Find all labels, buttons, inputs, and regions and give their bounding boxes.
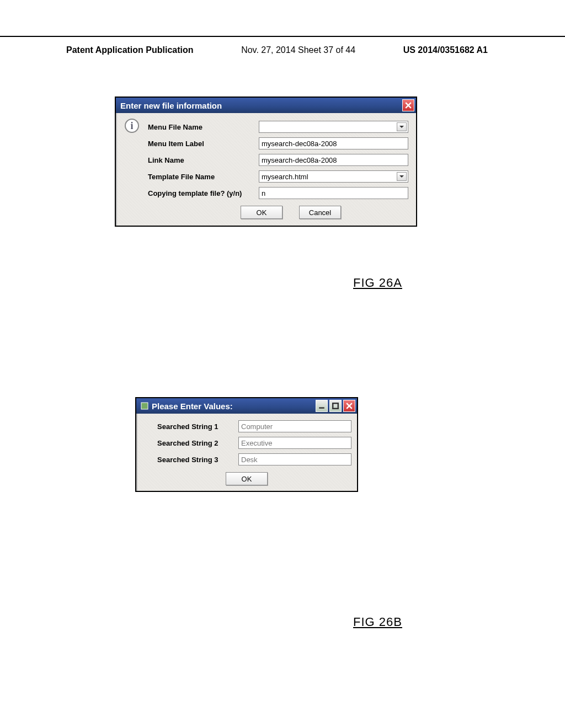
- dialog-enter-file-info: Enter new file information i Menu File N…: [115, 97, 417, 227]
- input-menu-file-name[interactable]: [259, 121, 408, 133]
- row-menu-item-label: Menu Item Label mysearch-dec08a-2008: [124, 135, 408, 152]
- row-menu-file-name: Menu File Name: [124, 119, 408, 135]
- label-search-1: Searched String 1: [142, 422, 238, 431]
- input-copy-template[interactable]: n: [259, 187, 408, 199]
- close-icon[interactable]: [343, 400, 355, 412]
- value-template-file-name: mysearch.html: [262, 173, 308, 181]
- input-template-file-name[interactable]: mysearch.html: [259, 170, 408, 183]
- header-sheet: Nov. 27, 2014 Sheet 37 of 44: [241, 45, 355, 55]
- input-menu-item-label[interactable]: mysearch-dec08a-2008: [259, 137, 408, 149]
- row-search-1: Searched String 1 Computer: [142, 418, 351, 435]
- value-search-3: Desk: [241, 456, 258, 464]
- page-header: Patent Application Publication Nov. 27, …: [66, 45, 488, 55]
- figure-label-26b: FIG 26B: [353, 615, 402, 629]
- header-publication: Patent Application Publication: [66, 45, 194, 55]
- input-search-2[interactable]: Executive: [238, 437, 351, 449]
- info-icon: i: [125, 119, 139, 133]
- svg-rect-1: [319, 407, 324, 408]
- dialog2-window-controls: [316, 400, 355, 412]
- label-copy-template: Copying template file? (y/n): [124, 189, 259, 197]
- label-menu-item-label: Menu Item Label: [124, 140, 259, 148]
- ok-button[interactable]: OK: [226, 472, 268, 485]
- header-docnum: US 2014/0351682 A1: [403, 45, 488, 55]
- chevron-down-icon[interactable]: [397, 172, 407, 181]
- dialog1-titlebar: Enter new file information: [116, 98, 416, 113]
- dialog1-button-row: OK Cancel: [124, 206, 408, 219]
- value-search-2: Executive: [241, 439, 272, 447]
- label-template-file-name: Template File Name: [124, 173, 259, 181]
- dialog1-title: Enter new file information: [120, 101, 222, 110]
- row-search-2: Searched String 2 Executive: [142, 435, 351, 451]
- row-copy-template: Copying template file? (y/n) n: [124, 185, 408, 201]
- value-copy-template: n: [262, 189, 265, 197]
- dialog1-window-controls: [402, 99, 414, 111]
- svg-rect-2: [333, 403, 338, 409]
- row-search-3: Searched String 3 Desk: [142, 451, 351, 468]
- cancel-button[interactable]: Cancel: [299, 206, 341, 219]
- input-search-3[interactable]: Desk: [238, 453, 351, 465]
- close-icon[interactable]: [402, 99, 414, 111]
- dialog2-title: Please Enter Values:: [152, 402, 233, 411]
- chevron-down-icon[interactable]: [397, 122, 407, 131]
- input-search-1[interactable]: Computer: [238, 420, 351, 432]
- dialog2-body: Searched String 1 Computer Searched Stri…: [136, 414, 357, 491]
- value-search-1: Computer: [241, 422, 273, 431]
- dialog1-body: Menu File Name Menu Item Label mysearch-…: [116, 113, 416, 226]
- minimize-icon[interactable]: [316, 400, 328, 412]
- input-link-name[interactable]: mysearch-dec08a-2008: [259, 154, 408, 166]
- value-link-name: mysearch-dec08a-2008: [262, 156, 337, 164]
- value-menu-item-label: mysearch-dec08a-2008: [262, 140, 337, 148]
- label-menu-file-name: Menu File Name: [124, 123, 259, 131]
- label-link-name: Link Name: [124, 156, 259, 164]
- header-rule: [0, 36, 565, 37]
- maximize-icon[interactable]: [329, 400, 342, 412]
- dialog2-button-row: OK: [142, 472, 351, 485]
- label-search-2: Searched String 2: [142, 439, 238, 447]
- app-icon: [141, 402, 148, 410]
- dialog-enter-values: Please Enter Values: Searched String 1 C…: [135, 397, 358, 492]
- row-template-file-name: Template File Name mysearch.html: [124, 168, 408, 185]
- ok-button[interactable]: OK: [241, 206, 282, 219]
- row-link-name: Link Name mysearch-dec08a-2008: [124, 152, 408, 168]
- svg-rect-0: [141, 403, 148, 409]
- figure-label-26a: FIG 26A: [353, 276, 402, 290]
- dialog2-titlebar: Please Enter Values:: [136, 398, 357, 414]
- label-search-3: Searched String 3: [142, 456, 238, 464]
